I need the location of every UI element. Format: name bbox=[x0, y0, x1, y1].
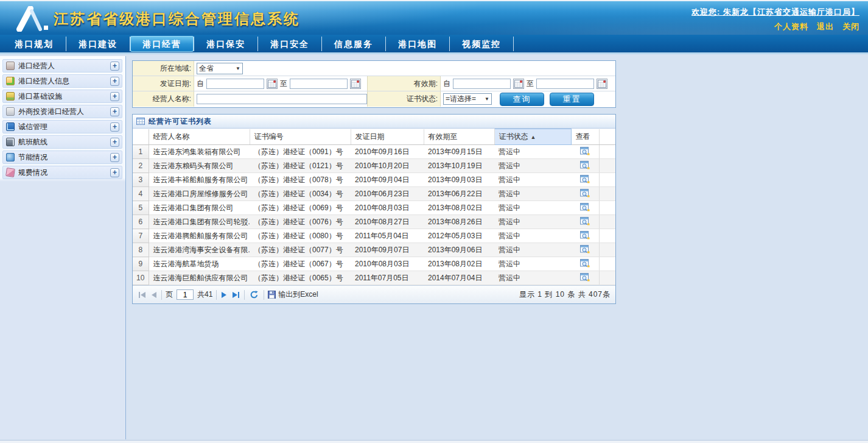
sidebar-item[interactable]: 规费情况+ bbox=[2, 166, 122, 179]
tab-3[interactable]: 港口经营 bbox=[130, 36, 194, 52]
sidebar-item[interactable]: 航班航线+ bbox=[2, 135, 122, 149]
calendar-icon[interactable] bbox=[513, 79, 524, 89]
expand-plus-icon[interactable]: + bbox=[110, 153, 119, 162]
col-cert-number[interactable]: 证书编号 bbox=[250, 129, 351, 145]
issue-from-input[interactable] bbox=[206, 79, 264, 89]
scrollbar-filler-header bbox=[599, 129, 615, 145]
region-select[interactable]: 全省 ▼ bbox=[197, 63, 243, 74]
valid-from-input[interactable] bbox=[453, 79, 511, 89]
sidebar-item[interactable]: 港口经营人+ bbox=[2, 59, 122, 73]
profile-link[interactable]: 个人资料 bbox=[774, 21, 808, 32]
tab-4[interactable]: 港口保安 bbox=[194, 36, 257, 52]
first-page-button[interactable] bbox=[138, 291, 147, 299]
calendar-icon[interactable] bbox=[597, 79, 607, 89]
view-record-icon[interactable] bbox=[580, 203, 590, 211]
view-record-icon[interactable] bbox=[580, 189, 590, 197]
calendar-icon[interactable] bbox=[350, 79, 361, 89]
operator-name-input[interactable] bbox=[197, 94, 367, 104]
table-row[interactable]: 1连云港东鸿集装箱有限公司（苏连）港经证（0091）号2010年09月16日20… bbox=[133, 145, 615, 159]
sidebar-item[interactable]: 诚信管理+ bbox=[2, 120, 122, 133]
table-row[interactable]: 9连云港海航基地货场（苏连）港经证（0067）号2010年08月03日2013年… bbox=[133, 257, 615, 271]
col-valid-until[interactable]: 有效期至 bbox=[424, 129, 494, 145]
col-cert-status[interactable]: 证书状态▲ bbox=[494, 129, 571, 145]
refresh-icon bbox=[250, 290, 259, 299]
table-row[interactable]: 8连云港港湾海事安全设备有限...（苏连）港经证（0077）号2010年09月0… bbox=[133, 243, 615, 257]
logout-link[interactable]: 退出 bbox=[817, 21, 834, 32]
expand-plus-icon[interactable]: + bbox=[110, 107, 119, 116]
valid-until-cell: 2012年05月03日 bbox=[424, 229, 494, 243]
view-record-icon[interactable] bbox=[580, 161, 590, 169]
bottom-edge-strip bbox=[0, 440, 868, 443]
valid-until-cell: 2013年09月03日 bbox=[424, 173, 494, 187]
table-row[interactable]: 3连云港丰裕船舶服务有限公司（苏连）港经证（0078）号2010年09月04日2… bbox=[133, 173, 615, 187]
page-number-input[interactable] bbox=[177, 289, 194, 300]
tab-8[interactable]: 视频监控 bbox=[450, 36, 513, 52]
operator-name-cell: 连云港海巨船舶供应有限公司 bbox=[149, 271, 250, 285]
expand-plus-icon[interactable]: + bbox=[110, 138, 119, 147]
issue-date-cell: 2010年08月03日 bbox=[351, 257, 424, 271]
expand-plus-icon[interactable]: + bbox=[110, 77, 119, 86]
sidebar-item-label: 外商投资港口经营人 bbox=[18, 107, 110, 117]
next-page-button[interactable] bbox=[220, 291, 228, 299]
table-row[interactable]: 5连云港港口集团有限公司（苏连）港经证（0069）号2010年08月03日201… bbox=[133, 201, 615, 215]
refresh-button[interactable] bbox=[248, 289, 260, 300]
tab-6[interactable]: 信息服务 bbox=[322, 36, 385, 52]
scrollbar-filler-cell bbox=[599, 215, 615, 229]
export-excel-button[interactable]: 输出到Excel bbox=[268, 289, 318, 300]
cert-status-label: 证书状态: bbox=[367, 91, 441, 107]
cert-status-cell: 营运中 bbox=[494, 173, 571, 187]
table-row[interactable]: 6连云港港口集团有限公司轮驳...（苏连）港经证（0076）号2010年08月2… bbox=[133, 215, 615, 229]
query-button[interactable]: 查询 bbox=[500, 93, 544, 106]
view-record-icon[interactable] bbox=[580, 231, 590, 239]
row-number-cell: 10 bbox=[133, 271, 149, 285]
expand-plus-icon[interactable]: + bbox=[110, 92, 119, 101]
sidebar-item[interactable]: 节能情况+ bbox=[2, 151, 122, 164]
view-record-icon[interactable] bbox=[580, 217, 590, 225]
view-record-icon[interactable] bbox=[580, 147, 590, 155]
view-record-icon[interactable] bbox=[580, 259, 590, 268]
table-header-row: 经营人名称 证书编号 发证日期 有效期至 证书状态▲ 查看 bbox=[133, 129, 615, 145]
nav-separator bbox=[513, 37, 514, 51]
welcome-text: 欢迎您: 朱新龙【江苏省交通运输厅港口局】 bbox=[691, 7, 859, 18]
table-row[interactable]: 2连云港东粮码头有限公司（苏连）港经证（0121）号2010年10月20日201… bbox=[133, 159, 615, 173]
valid-to-input[interactable] bbox=[536, 79, 594, 89]
operator-name-cell: 连云港丰裕船舶服务有限公司 bbox=[149, 173, 250, 187]
tab-2[interactable]: 港口建设 bbox=[66, 36, 130, 52]
tab-7[interactable]: 港口地图 bbox=[386, 36, 449, 52]
view-cell bbox=[571, 173, 599, 187]
close-link[interactable]: 关闭 bbox=[842, 21, 859, 32]
row-number-cell: 6 bbox=[133, 215, 149, 229]
issue-date-cell: 2010年09月16日 bbox=[351, 145, 424, 159]
scrollbar-filler-cell bbox=[599, 257, 615, 271]
main-nav: 港口规划港口建设港口经营港口保安港口安全信息服务港口地图视频监控 bbox=[0, 35, 868, 54]
col-issue-date[interactable]: 发证日期 bbox=[351, 129, 424, 145]
col-operator-name[interactable]: 经营人名称 bbox=[149, 129, 250, 145]
tab-1[interactable]: 港口规划 bbox=[2, 36, 66, 52]
prev-page-button[interactable] bbox=[150, 291, 158, 299]
total-pages-label: 共41 bbox=[197, 289, 212, 300]
issue-from-label: 自 bbox=[197, 79, 204, 89]
calendar-icon[interactable] bbox=[267, 79, 278, 89]
cert-status-cell: 营运中 bbox=[494, 201, 571, 215]
sidebar-item[interactable]: 港口基础设施+ bbox=[2, 90, 122, 103]
sidebar-item[interactable]: 港口经营人信息+ bbox=[2, 74, 122, 88]
view-record-icon[interactable] bbox=[580, 175, 590, 183]
expand-plus-icon[interactable]: + bbox=[110, 62, 119, 71]
operator-name-cell: 连云港港湾海事安全设备有限... bbox=[149, 243, 250, 257]
table-row[interactable]: 10连云港海巨船舶供应有限公司（苏连）港经证（0065）号2011年07月05日… bbox=[133, 271, 615, 285]
expand-plus-icon[interactable]: + bbox=[110, 122, 119, 132]
list-title: 经营许可证书列表 bbox=[149, 116, 212, 127]
last-page-button[interactable] bbox=[231, 291, 240, 299]
table-row[interactable]: 7连云港港腾船舶服务有限公司（苏连）港经证（0080）号2011年05月04日2… bbox=[133, 229, 615, 243]
view-record-icon[interactable] bbox=[580, 245, 590, 253]
issue-to-input[interactable] bbox=[290, 79, 348, 89]
tab-5[interactable]: 港口安全 bbox=[258, 36, 321, 52]
sidebar-item[interactable]: 外商投资港口经营人+ bbox=[2, 105, 122, 118]
view-record-icon[interactable] bbox=[580, 273, 590, 282]
expand-plus-icon[interactable]: + bbox=[110, 168, 119, 177]
reset-button[interactable]: 重置 bbox=[550, 93, 594, 106]
table-row[interactable]: 4连云港港口房屋维修服务公司（苏连）港经证（0034）号2010年06月23日2… bbox=[133, 187, 615, 201]
cert-status-select[interactable]: =请选择= ▼ bbox=[443, 93, 492, 105]
valid-until-cell: 2013年06月22日 bbox=[424, 187, 494, 201]
issue-date-cell: 2010年08月27日 bbox=[351, 215, 424, 229]
